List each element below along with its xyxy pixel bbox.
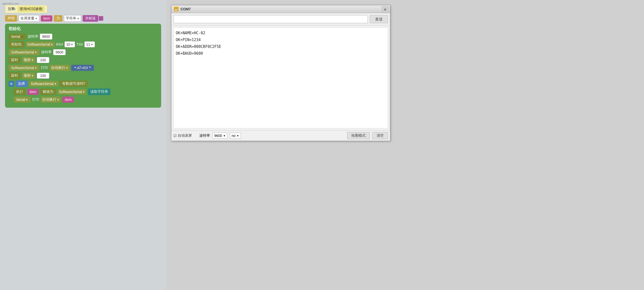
serial-label: Serial: [11, 35, 20, 39]
delay1-arrow: ▼: [31, 59, 34, 62]
execute-block: 执行: [14, 89, 26, 95]
delay2-arrow: ▼: [31, 74, 34, 77]
rx-dropdown[interactable]: 10 ▼: [64, 41, 75, 47]
serial-arrow: ▼: [21, 35, 24, 38]
serial-baud-row: Serial ▼ 波特率 9600: [9, 34, 158, 40]
close-icon: ✕: [384, 8, 387, 12]
software-serial-dropdown1[interactable]: SoftwareSerial ▼: [26, 42, 55, 47]
print1-newline: 自动换行: [51, 66, 65, 70]
declare-label: 声明: [8, 16, 15, 21]
if-serial-dropdown[interactable]: SoftwareSerial ▼: [29, 81, 58, 86]
com-send-button[interactable]: 发送: [370, 15, 388, 23]
delay2-unit-dropdown[interactable]: 毫秒 ▼: [22, 73, 35, 79]
baud-value: 9600: [214, 134, 222, 138]
rx-arrow: ▼: [71, 43, 73, 46]
serial-baud-input[interactable]: 9600: [40, 34, 52, 40]
print-serial-dropdown[interactable]: Serial ▼: [14, 97, 31, 103]
read-label-text: 读取字符串: [90, 90, 108, 94]
assign-notch: [99, 16, 103, 21]
declare-row: 声明 全局变量 ▼ item 为 字符串 ▼ 并赋值: [5, 15, 161, 22]
var-name-block: item: [41, 15, 52, 21]
draw-mode-button[interactable]: 绘图模式: [347, 132, 370, 139]
baud-label2: 波特率: [41, 50, 52, 54]
rx-label: RX#: [56, 42, 63, 46]
com-window: ☕ COM7 ✕ 发送 OK+NAME=HC-02 OK+PIN=1234 OK…: [171, 5, 390, 141]
read-label-block: 读取字符串: [88, 89, 111, 95]
rx-value: 10: [66, 42, 70, 46]
print-serial-arrow: ▼: [26, 98, 28, 101]
com-send-input[interactable]: [173, 15, 368, 23]
tx-dropdown[interactable]: 11 ▼: [84, 41, 95, 47]
string-quotes-right: ❞: [89, 66, 91, 70]
delay2-value[interactable]: 100: [37, 73, 49, 79]
var-name-text: item: [43, 16, 50, 20]
clear-button[interactable]: 清空: [372, 132, 388, 139]
delay1-unit: 毫秒: [24, 58, 31, 62]
software-baud-input[interactable]: 9600: [53, 49, 66, 55]
var-type-arrow: ▼: [35, 17, 38, 20]
as-label: 为: [56, 16, 60, 21]
delay1-row: 延时 毫秒 ▼ 100: [9, 57, 158, 63]
comment-content: 查询HC02参数: [18, 6, 45, 12]
software-arrow1: ▼: [51, 43, 53, 46]
print1-newline-dropdown[interactable]: 自动换行 ▼: [50, 65, 70, 71]
delay2-block: 延时: [9, 72, 21, 79]
com-title-icon: ☕: [174, 7, 178, 11]
print-label2: 打印: [32, 97, 39, 102]
output-line-3: OK+ADDR=000CBF0C2F5E: [176, 43, 386, 50]
assign-label-text: 赋值为: [43, 90, 53, 94]
assign-label-block: 赋值为: [40, 89, 56, 95]
print1-serial: SoftwareSerial: [11, 66, 34, 70]
if-row: ⚙ 如果 SoftwareSerial ▼ 有数据可读吗?: [9, 80, 158, 87]
baud-select[interactable]: 9600 ▼: [212, 133, 227, 139]
serial-block: Serial ▼: [9, 34, 26, 40]
execute-serial-arrow: ▼: [83, 91, 85, 93]
no-value: no: [232, 134, 236, 138]
print-serial: Serial: [16, 98, 25, 102]
com-title: COM7: [181, 7, 387, 11]
com-output: OK+NAME=HC-02 OK+PIN=1234 OK+ADDR=000CBF…: [173, 27, 388, 128]
execute-serial-dropdown[interactable]: SoftwareSerial ▼: [57, 89, 86, 95]
baud-arrow: ▼: [223, 134, 226, 137]
print-var-block: item: [62, 97, 74, 103]
comment-label: 注释:: [8, 7, 16, 11]
software-arrow2: ▼: [34, 51, 37, 54]
watermark: qdprobot.com: [2, 2, 19, 5]
output-line-1: OK+NAME=HC-02: [176, 30, 386, 37]
print1-serial-arrow: ▼: [34, 67, 37, 69]
delay2-label: 延时: [11, 73, 18, 78]
no-select[interactable]: no ▼: [230, 133, 241, 139]
baud-label: 波特率: [199, 133, 210, 138]
if-serial-arrow: ▼: [54, 82, 57, 85]
block-coding-area: 注释: 查询HC02参数 声明 全局变量 ▼ item 为 字符串 ▼ 并赋值 …: [0, 0, 166, 290]
condition-text: 有数据可读吗?: [62, 81, 85, 86]
print-item-row: Serial ▼ 打印 自动换行 ▼ item: [14, 97, 158, 103]
com-close-button[interactable]: ✕: [382, 6, 388, 13]
if-serial: SoftwareSerial: [31, 82, 54, 86]
data-type-dropdown[interactable]: 字符串 ▼: [64, 15, 81, 22]
print-newline: 自动换行: [42, 97, 56, 102]
as-block: 为: [54, 15, 62, 22]
init-label-text: 初始化: [11, 42, 22, 47]
delay1-value[interactable]: 100: [37, 57, 49, 63]
comment-block: 注释: 查询HC02参数: [5, 5, 47, 13]
var-type-dropdown[interactable]: 全局变量 ▼: [19, 15, 39, 22]
no-arrow: ▼: [237, 134, 239, 137]
baud-label1: 波特率: [28, 34, 38, 39]
assign-label: 并赋值: [85, 16, 96, 21]
delay1-unit-dropdown[interactable]: 毫秒 ▼: [22, 57, 35, 63]
print1-row: SoftwareSerial ▼ 打印 自动换行 ▼ ❝ AT+RX ❞: [9, 65, 158, 71]
string-quotes-left: ❝: [74, 66, 76, 70]
data-type-arrow: ▼: [77, 17, 79, 20]
execute-serial: SoftwareSerial: [59, 90, 82, 94]
auto-scroll-label: 自动滚屏: [178, 133, 192, 138]
execute-row: 执行 item 赋值为 SoftwareSerial ▼ 读取字符串: [14, 89, 158, 95]
software-serial-dropdown2[interactable]: SoftwareSerial ▼: [9, 49, 40, 55]
output-line-2: OK+PIN=1234: [176, 37, 386, 43]
print1-label: 打印: [41, 66, 48, 70]
execute-label: 执行: [16, 90, 23, 94]
print1-serial-dropdown[interactable]: SoftwareSerial ▼: [9, 65, 40, 71]
java-icon: ☕: [174, 8, 178, 11]
auto-scroll-checkbox[interactable]: ☑ 自动滚屏: [173, 133, 192, 138]
print-newline-dropdown[interactable]: 自动换行 ▼: [41, 97, 61, 103]
